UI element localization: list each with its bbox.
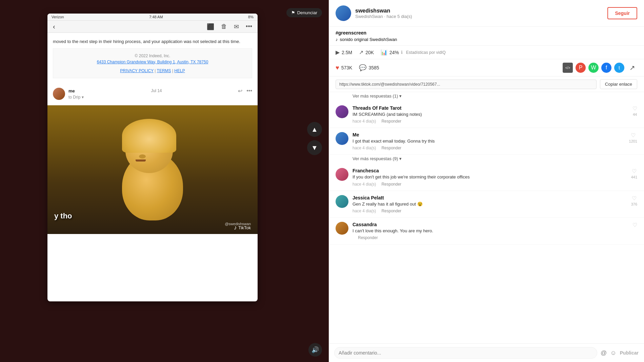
pinterest-icon[interactable]: P [576,63,586,73]
email-to[interactable]: to Drip ▾ [68,95,252,100]
nav-down-button[interactable]: ▼ [307,140,322,155]
email-header-bar: ‹ ⬛ 🗑 ✉ ••• [47,21,258,33]
embed-icon[interactable]: </> [563,63,573,73]
comment-like[interactable]: ♡ 441 [631,168,637,179]
comment-like[interactable]: ♡ 376 [631,195,637,206]
comment-icon[interactable]: 💬 [359,64,366,71]
reply-button[interactable]: Responder [381,119,401,124]
comments-section[interactable]: Ver más respuestas (1) ▾ Threads Of Fate… [329,92,644,343]
comment-like[interactable]: ♡ [632,222,637,229]
comment-like[interactable]: ♡ 44 [632,105,637,116]
reply-button[interactable]: Responder [358,235,378,240]
follow-button[interactable]: Seguir [607,7,637,19]
comment-body: Me I got that exact email today. Gonna t… [353,132,625,150]
share-stat-icon: ↗ [359,49,363,56]
email-more-icon[interactable]: ••• [246,88,252,94]
comments-count: 3585 [368,65,379,70]
comment-body: Jessica Pelatt Gen Z really has it all f… [353,195,627,213]
vidiq-label: ℹ [401,50,403,55]
likes-count: 573K [341,65,353,70]
comment-item: Cassandra I can't love this enough. You … [329,218,644,244]
email-body: moved to the next step in their hiring p… [47,33,258,84]
see-more-replies[interactable]: Ver más respuestas (9) ▾ [329,155,644,164]
terms-link[interactable]: TERMS [157,68,171,73]
comment-avatar [336,195,348,208]
comment-item: Franchesca If you don't get this job we'… [329,164,644,191]
publish-button[interactable]: Publicar [620,350,639,356]
comment-time: hace 4 dia(s) [353,119,376,124]
like-count: 441 [631,175,637,179]
more-share-icon[interactable]: ↗ [627,63,637,73]
reply-button[interactable]: Responder [381,209,401,213]
comments-engagement: 💬 3585 [359,64,379,71]
email-date: Jul 14 [151,88,162,93]
comment-text: IM SCREAMING (and taking notes) [353,111,628,118]
status-time: 7:48 AM [149,15,163,19]
link-input[interactable] [336,80,597,89]
phone-status-bar: Verizon 7:48 AM 8% [47,14,258,21]
nav-up-button[interactable]: ▲ [307,122,322,137]
legal-links: PRIVACY POLICY | TERMS | HELP [57,68,248,74]
comment-input[interactable] [334,347,597,359]
report-button[interactable]: ⚑ Denunciar [286,8,322,17]
address-link[interactable]: 6433 Champion Grandview Way, Building 1,… [97,60,208,64]
comment-body: Threads Of Fate Tarot IM SCREAMING (and … [353,105,628,124]
comment-body: Cassandra I can't love this enough. You … [353,222,628,240]
like-heart-icon[interactable]: ♡ [631,132,636,139]
sound-line: ♪ sonido original SwedishSwan [336,37,637,42]
flag-icon: ⚑ [291,10,295,15]
volume-icon: 🔊 [311,346,319,354]
email-from: me [68,88,75,93]
like-heart-icon[interactable]: ♡ [632,105,637,112]
reply-button[interactable]: Responder [381,146,401,150]
chart-icon: 📊 [381,49,387,56]
stats-row: ▶ 2.5M ↗ 20K 📊 24% ℹ Estadísticas por vi… [329,46,644,59]
comment-item: Jessica Pelatt Gen Z really has it all f… [329,191,644,218]
music-icon: ♪ [336,37,338,42]
trash-icon[interactable]: 🗑 [221,23,227,30]
report-label: Denunciar [297,10,317,15]
like-heart-icon[interactable]: ♡ [632,195,637,201]
more-icon[interactable]: ••• [246,23,252,30]
comment-footer: hace 4 dia(s) Responder [353,182,627,187]
email-action-icons: ⬛ 🗑 ✉ ••• [207,23,252,30]
whatsapp-icon[interactable]: W [588,63,599,73]
share-icons-row: </> P W f t ↗ [563,63,637,73]
like-count: 376 [631,202,637,206]
at-icon[interactable]: @ [601,349,607,357]
volume-button[interactable]: 🔊 [308,343,322,357]
like-count: 1201 [629,139,637,143]
reply-button[interactable]: Responder [381,182,401,187]
comment-text: I can't love this enough. You are my her… [353,228,628,234]
likes-engagement: ♥ 573K [336,64,352,71]
link-row: Copiar enlace [329,77,644,92]
comment-footer: hace 4 dia(s) Responder [353,146,625,150]
emoji-icon[interactable]: ☺ [610,349,616,357]
left-panel: ⚑ Denunciar ▲ ▼ 🔊 Verizon 7:48 AM 8% ‹ ⬛… [0,0,329,362]
plays-stat: ▶ 2.5M [336,49,352,56]
help-link[interactable]: HELP [174,68,185,73]
meme-image: y tho ♪ TikTok @swedishswan [47,105,258,234]
sound-name[interactable]: sonido original SwedishSwan [340,37,397,42]
see-more-first-replies[interactable]: Ver más respuestas (1) ▾ [329,92,644,101]
comment-time: hace 4 dia(s) [353,146,376,150]
hashtag-tag[interactable]: #greenscreen [336,30,637,36]
comment-avatar [336,105,348,118]
battery-label: 8% [248,15,254,19]
twitter-icon[interactable]: t [614,63,624,73]
copy-link-button[interactable]: Copiar enlace [600,79,637,89]
heart-icon[interactable]: ♥ [336,64,339,71]
archive-icon[interactable]: ⬛ [207,23,214,30]
comment-footer: hace 4 dia(s) Responder [353,209,627,213]
facebook-icon[interactable]: f [601,63,611,73]
copyright: © 2022 Indeed, Inc. [57,53,248,59]
reply-icon[interactable]: ↩ [238,88,242,94]
like-heart-icon[interactable]: ♡ [632,222,637,228]
privacy-link[interactable]: PRIVACY POLICY [120,68,154,73]
back-icon[interactable]: ‹ [53,23,55,30]
mail-icon[interactable]: ✉ [234,23,239,30]
phone-frame: Verizon 7:48 AM 8% ‹ ⬛ 🗑 ✉ ••• moved to … [47,14,258,301]
comment-like[interactable]: ♡ 1201 [629,132,637,143]
right-panel: swedishswan SwedishSwan · hace 5 dia(s) … [329,0,644,362]
like-heart-icon[interactable]: ♡ [632,168,637,174]
